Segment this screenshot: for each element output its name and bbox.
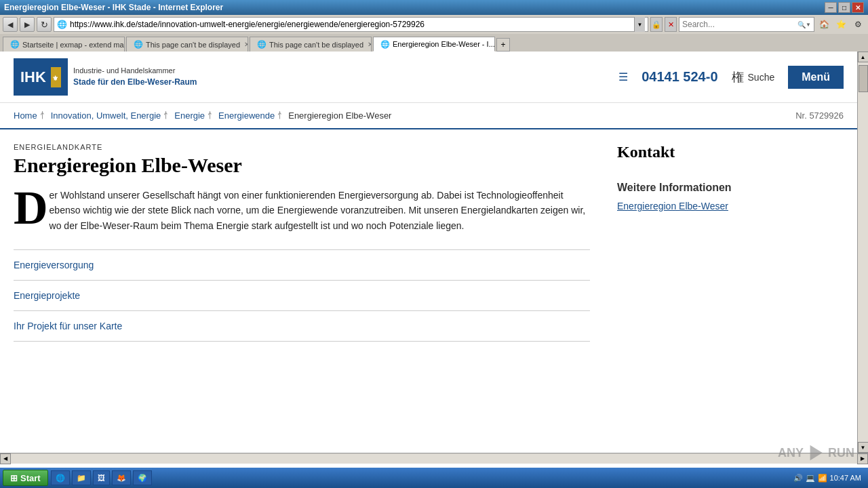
search-dropdown-icon[interactable]: ▼ [806,22,811,28]
scroll-track-vertical[interactable] [858,62,868,442]
anyrun-watermark: ANY RUN [778,443,854,453]
forward-button[interactable]: ▶ [20,17,35,32]
taskbar-explorer[interactable]: 📁 [72,470,91,485]
taskbar-edge-icon: 🌍 [138,474,147,483]
weitere-link[interactable]: Energieregion Elbe-Weser [617,201,728,211]
search-bar[interactable]: 🔍 ▼ [679,17,814,32]
breadcrumb-innovation[interactable]: Innovation, Umwelt, Energie [51,110,161,121]
windows-icon: ⊞ [10,473,18,483]
tab-2[interactable]: 🌐 This page can't be displayed ✕ [126,37,248,52]
content-wrapper: IHK ⚜ Industrie- und Handelskammer Stade… [0,52,868,453]
scroll-track-horizontal[interactable] [11,454,857,464]
logo-text: Industrie- und Handelskammer Stade für d… [73,66,197,87]
url-input[interactable] [70,20,634,29]
network2-icon[interactable]: 📶 [818,474,827,483]
phone-icon: ☰ [618,70,628,83]
tab-1[interactable]: 🌐 Startseite | exmap - extend ma... [3,37,125,52]
taskbar: ⊞ Start 🌐 📁 🖼 🦊 🌍 🔊 💻 📶 10:47 AM [0,468,868,488]
scroll-thumb-vertical[interactable] [859,65,868,92]
search-area[interactable]: 権 Suche [732,69,775,85]
taskbar-ie[interactable]: 🌐 [51,470,70,485]
lock-icon: 🔒 [650,17,663,32]
logo-line1: Industrie- und Handelskammer [73,66,197,76]
main-content: IHK ⚜ Industrie- und Handelskammer Stade… [0,52,857,453]
settings-icon[interactable]: ⚙ [850,18,865,31]
taskbar-explorer-icon: 📁 [77,474,86,483]
breadcrumb-sep-2: 忄 [163,110,172,121]
tab-1-icon: 🌐 [10,40,20,49]
refresh-button[interactable]: ↻ [37,17,52,32]
tab-1-label: Startseite | exmap - extend ma... [22,41,125,49]
breadcrumb: Home 忄 Innovation, Umwelt, Energie 忄 Ene… [0,103,857,129]
logo-area: IHK ⚜ Industrie- und Handelskammer Stade… [14,58,197,96]
logo-svg: IHK ⚜ [17,62,64,92]
ihr-projekt-link[interactable]: Ihr Projekt für unser Karte [14,321,122,331]
page-main: ENERGIELANDKARTE Energieregion Elbe-Wese… [14,143,590,342]
link-item-1: Energieversorgung [14,250,590,281]
start-label: Start [20,473,41,483]
link-item-2: Energieprojekte [14,281,590,311]
tab-2-close[interactable]: ✕ [244,41,248,48]
tab-3-icon: 🌐 [257,40,267,49]
svg-text:IHK: IHK [20,68,46,85]
window-controls: ─ □ ✕ [825,2,864,13]
breadcrumb-sep-4: 忄 [277,110,285,121]
energy-label: ENERGIELANDKARTE [14,143,590,151]
network-icon[interactable]: 💻 [806,474,815,483]
phone-number[interactable]: 04141 524-0 [642,69,717,85]
weitere-title: Weitere Informationen [617,182,807,194]
search-nav-label[interactable]: Suche [748,72,775,83]
logo-box: IHK ⚜ [14,58,68,96]
search-input[interactable] [682,20,797,29]
volume-icon[interactable]: 🔊 [793,474,803,483]
page-sidebar: Kontakt Weitere Informationen Energiereg… [617,143,807,342]
tab-2-label: This page can't be displayed [146,41,240,49]
favorites-icon[interactable]: ⭐ [833,18,848,31]
kontakt-title: Kontakt [617,143,807,161]
taskbar-time: 10:47 AM [830,474,861,482]
breadcrumb-energiewende[interactable]: Energiewende [218,110,275,121]
tab-4-label: Energieregion Elbe-Weser - I... [393,40,495,48]
window-title: Energieregion Elbe-Weser - IHK Stade - I… [4,3,825,12]
anyrun-text-any: ANY [778,446,804,453]
tab-3-close[interactable]: ✕ [368,41,372,48]
scroll-right-button[interactable]: ▶ [857,453,868,464]
breadcrumb-left: Home 忄 Innovation, Umwelt, Energie 忄 Ene… [14,110,391,121]
page-title: Energieregion Elbe-Weser [14,154,590,177]
menu-button[interactable]: Menü [788,66,844,89]
start-button[interactable]: ⊞ Start [3,470,48,486]
home-icon[interactable]: 🏠 [816,18,831,31]
scroll-up-button[interactable]: ▲ [858,52,869,62]
anyrun-play-icon [806,443,825,453]
breadcrumb-home[interactable]: Home [14,110,37,121]
address-bar[interactable]: 🌐 ▼ [54,17,648,32]
new-tab-button[interactable]: + [496,38,510,52]
scroll-left-button[interactable]: ◀ [0,453,11,464]
tab-3[interactable]: 🌐 This page can't be displayed ✕ [250,37,372,52]
back-button[interactable]: ◀ [3,17,18,32]
taskbar-ie-icon: 🌐 [56,474,65,483]
search-go-icon[interactable]: 🔍 [797,21,806,28]
taskbar-edge[interactable]: 🌍 [133,470,152,485]
links-section: Energieversorgung Energieprojekte Ihr Pr… [14,249,590,342]
logo-line2: Stade für den Elbe-Weser-Raum [73,77,197,88]
breadcrumb-energie[interactable]: Energie [174,110,205,121]
address-dropdown[interactable]: ▼ [634,17,645,32]
tab-4[interactable]: 🌐 Energieregion Elbe-Weser - I... ✕ [373,37,495,52]
stop-button[interactable]: ✕ [665,17,677,32]
taskbar-items: 🌐 📁 🖼 🦊 🌍 [51,470,787,485]
site-header: IHK ⚜ Industrie- und Handelskammer Stade… [0,52,857,103]
energieprojekte-link[interactable]: Energieprojekte [14,290,80,301]
taskbar-media-icon: 🖼 [98,474,105,482]
maximize-button[interactable]: □ [838,2,850,13]
anyrun-text-run: RUN [828,446,854,453]
energieversorgung-link[interactable]: Energieversorgung [14,260,94,270]
minimize-button[interactable]: ─ [825,2,837,13]
tabs-row: 🌐 Startseite | exmap - extend ma... 🌐 Th… [0,34,868,52]
taskbar-browser2[interactable]: 🦊 [112,470,131,485]
tab-4-icon: 🌐 [380,40,390,49]
close-button[interactable]: ✕ [852,2,864,13]
scrollbar-horizontal-wrapper: ◀ ▶ [0,453,868,464]
scroll-down-button[interactable]: ▼ [858,442,869,453]
taskbar-media[interactable]: 🖼 [93,470,110,485]
